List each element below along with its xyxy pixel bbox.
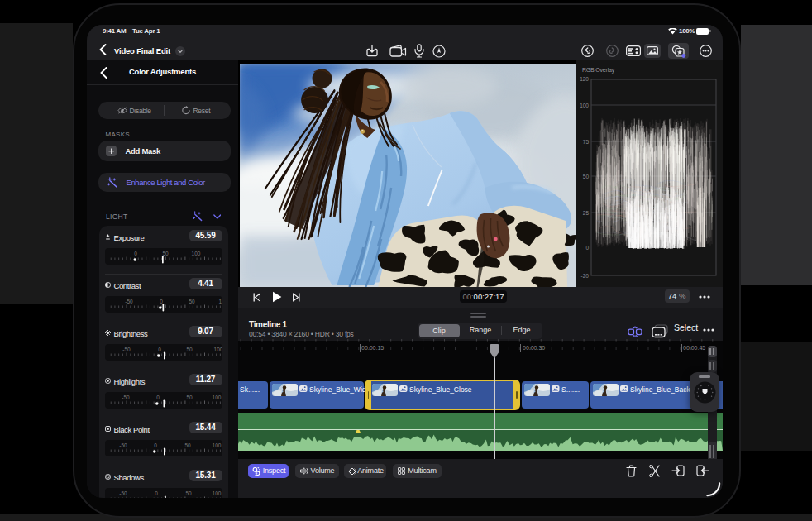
svg-text:RGB Overlay: RGB Overlay: [582, 67, 615, 74]
svg-text:100: 100: [580, 103, 589, 108]
svg-text:120: 120: [580, 76, 589, 82]
svg-text:50: 50: [583, 174, 590, 179]
svg-text:75: 75: [583, 139, 590, 145]
svg-text:-20: -20: [581, 273, 590, 279]
svg-text:0: 0: [585, 245, 589, 251]
svg-text:25: 25: [583, 210, 590, 216]
